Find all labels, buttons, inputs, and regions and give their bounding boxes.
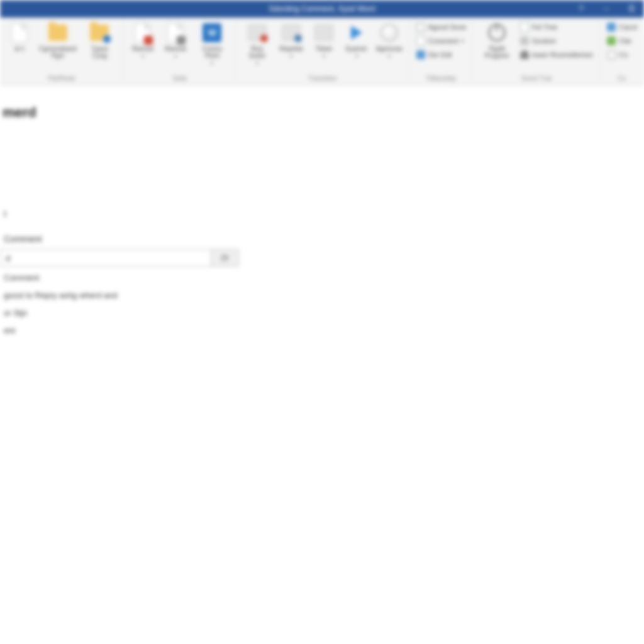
checkbox-icon (606, 50, 616, 60)
ribbon-group: st nCgmonsband PgmTypoe CyogPairthead (0, 20, 123, 83)
folder-badge-icon (88, 21, 111, 44)
body-text: or Stjn (0, 307, 644, 319)
ribbon-button-label: Cresny Ptom (196, 45, 228, 59)
window-title: Sdording Comment, Xyod Word (269, 4, 375, 13)
ribbon-group-label: Soont Tvat (521, 75, 552, 83)
ribbon-button-label: Eyamer (346, 45, 367, 52)
ribbon: st nCgmonsband PgmTypoe CyogPairtheadRan… (0, 18, 644, 86)
ribbon-button-label: st n (14, 45, 25, 52)
ribbon-small-label: Co (619, 51, 628, 58)
ribbon-button[interactable]: Ranose▾ (127, 20, 158, 66)
ribbon-small-button[interactable]: Fel Tree (517, 20, 560, 34)
refresh-icon: ⟳ (221, 252, 229, 264)
ribbon-button-label: Repetial (280, 45, 303, 52)
blue-square-icon: W (201, 21, 223, 44)
ribbon-small-label: Agood Sone (428, 23, 467, 31)
chevron-down-icon: ▾ (174, 53, 177, 59)
minimize-button[interactable]: – (594, 0, 619, 18)
gray-icon (519, 36, 530, 46)
checkbox-icon (416, 22, 426, 32)
chevron-down-icon: ▾ (211, 60, 213, 66)
box-red-icon (246, 21, 269, 44)
ribbon-group-label: Sslat (172, 75, 186, 83)
ribbon-button[interactable]: Rorj Sodor▾ (240, 20, 274, 66)
document-icon (416, 36, 426, 46)
ribbon-small-label: Goolom (532, 37, 557, 45)
power-icon (486, 21, 508, 44)
ribbon-group: Ranose▾Ranose▾WCresny Ptom▾Sslat (123, 20, 236, 83)
ribbon-group-label: Co (618, 75, 626, 83)
person-icon (519, 50, 530, 60)
body-text: Comment (0, 234, 644, 244)
globe-icon (378, 21, 401, 44)
combo-input[interactable] (0, 249, 211, 267)
blue-icon (606, 22, 616, 32)
ribbon-small-label: Conenent (428, 37, 458, 45)
chevron-down-icon: ▾ (256, 60, 258, 66)
chevron-down-icon: ▾ (461, 38, 464, 44)
ribbon-small-label: Der Edt (428, 51, 452, 58)
ribbon-button[interactable]: WCresny Ptom▾ (192, 20, 231, 66)
ribbon-group-label: Tditansday (426, 75, 457, 83)
ribbon-group-label: Pairthead (48, 75, 75, 83)
window-controls: ? – ☰ (569, 0, 644, 18)
page-gray-icon (164, 21, 187, 44)
combo-field: ⟳ (0, 249, 239, 267)
ribbon-button-label: Ranose (165, 45, 186, 52)
combo-refresh-button[interactable]: ⟳ (211, 249, 239, 267)
ribbon-button[interactable]: Agmoose▾ (374, 20, 405, 66)
ribbon-button-label: Rorj Sodor (244, 45, 270, 59)
ribbon-button[interactable]: Typoe Cyog (80, 20, 119, 59)
body-text: goost to Repry ashg wherd and (0, 289, 644, 302)
body-text: Comment (0, 272, 644, 284)
page-heading: merd (0, 104, 644, 121)
chevron-down-icon: ▾ (323, 53, 325, 59)
ribbon-group: CacotCtieCoCo (600, 20, 644, 83)
chevron-down-icon: ▾ (290, 53, 292, 59)
ribbon-button[interactable]: Ranose▾ (160, 20, 191, 66)
blue-icon (416, 50, 426, 60)
ribbon-button[interactable]: Cgmonsband Pgm (36, 20, 79, 59)
titlebar: Sdording Comment, Xyod Word ? – ☰ (0, 0, 644, 18)
play-icon (345, 21, 368, 44)
ribbon-group-label: Travestion (308, 75, 337, 83)
ribbon-group: Rorj Sodor▾Repetial▾Tidser▾Eyamer▾Agmoos… (236, 20, 409, 83)
ribbon-button-label: Cgmonsband Pgm (39, 45, 76, 59)
help-button[interactable]: ? (569, 0, 594, 18)
ribbon-small-label: lower Roomellemen (532, 51, 593, 58)
ribbon-button[interactable]: Eyamer▾ (341, 20, 372, 66)
ribbon-small-button[interactable]: Cacot (604, 20, 640, 34)
ribbon-button-label: Pgstit Progrere (480, 45, 513, 59)
document-icon (519, 22, 530, 32)
ribbon-small-button[interactable]: Agood Sone (413, 20, 469, 34)
page-icon (8, 21, 31, 44)
ribbon-small-button[interactable]: Co (604, 48, 630, 62)
ribbon-button-label: Ranose (132, 45, 153, 52)
ribbon-group: Pgstit ProgrereFel TreeGoolomlower Roome… (473, 20, 600, 83)
ribbon-group: Agood SoneConenent ▾Der EdtTditansday (409, 20, 474, 83)
ribbon-small-button[interactable]: Der Edt (413, 48, 454, 62)
ribbon-small-button[interactable]: Goolom (517, 34, 559, 48)
chevron-down-icon: ▾ (388, 53, 391, 59)
document-area: merd t Comment ⟳ Comment goost to Repry … (0, 86, 644, 337)
body-text: t (0, 209, 644, 219)
ribbon-small-button[interactable]: Conenent ▾ (413, 34, 467, 48)
menu-button[interactable]: ☰ (619, 0, 644, 18)
page-red-icon (131, 21, 154, 44)
chevron-down-icon: ▾ (355, 53, 358, 59)
ribbon-small-label: Fel Tree (532, 23, 557, 31)
chevron-down-icon: ▾ (142, 53, 144, 59)
ribbon-small-button[interactable]: lower Roomellemen (517, 48, 596, 62)
folder-icon (47, 21, 69, 44)
ribbon-button[interactable]: Repetial▾ (275, 20, 307, 66)
ribbon-small-label: Cacot (619, 23, 637, 31)
ribbon-small-button[interactable]: Ctie (604, 34, 634, 48)
box-icon (313, 21, 335, 44)
body-text: ent (0, 325, 644, 337)
ribbon-button[interactable]: Pgstit Progrere (477, 20, 517, 62)
ribbon-button-label: Typoe Cyog (84, 45, 116, 59)
ribbon-button-label: Agmoose (376, 45, 402, 52)
ribbon-small-label: Ctie (619, 37, 631, 45)
ribbon-button[interactable]: Tidser▾ (308, 20, 340, 66)
ribbon-button[interactable]: st n (4, 20, 35, 59)
